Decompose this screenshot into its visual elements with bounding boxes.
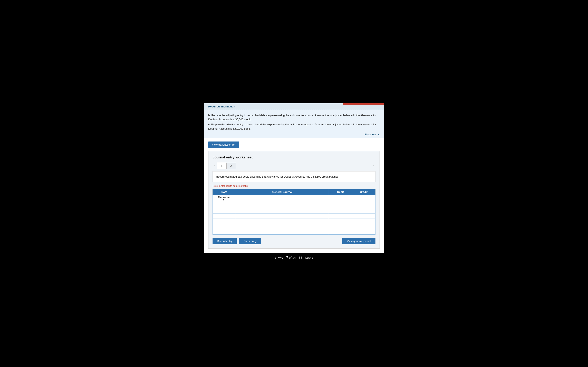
show-less-link[interactable]: Show less — [364, 133, 380, 136]
credit-cell-6[interactable] — [352, 229, 375, 235]
gj-cell-2[interactable] — [236, 208, 329, 213]
entry-description: Record estimated bad debts assuming that… — [213, 171, 375, 182]
table-row — [213, 203, 375, 208]
credit-cell-5[interactable] — [352, 224, 375, 229]
gj-input-1[interactable] — [237, 204, 328, 207]
required-info-label: Required Information — [208, 105, 235, 108]
tab-1[interactable]: 1 — [217, 163, 226, 169]
tab-row: ‹ 1 2 › — [213, 163, 375, 169]
page-info: 7 of 14 — [286, 256, 296, 259]
date-cell-2 — [213, 208, 236, 213]
gj-cell-0[interactable] — [236, 195, 329, 203]
gj-cell-6[interactable] — [236, 229, 329, 235]
col-header-credit: Credit — [352, 189, 375, 195]
gj-input-4[interactable] — [237, 220, 328, 223]
gj-input-6[interactable] — [237, 231, 328, 234]
gj-input-5[interactable] — [237, 225, 328, 228]
table-row — [213, 224, 375, 229]
next-chevron-icon: › — [312, 256, 313, 259]
credit-cell-2[interactable] — [352, 208, 375, 213]
top-bar-accent — [343, 103, 384, 105]
credit-input-1[interactable] — [354, 204, 374, 207]
show-less-area: Show less — [208, 132, 380, 136]
credit-input-6[interactable] — [354, 231, 374, 234]
gj-input-0[interactable] — [237, 197, 328, 200]
debit-input-6[interactable] — [330, 231, 351, 234]
credit-cell-0[interactable] — [352, 195, 375, 203]
gj-cell-5[interactable] — [236, 224, 329, 229]
date-cell-1 — [213, 203, 236, 208]
credit-cell-1[interactable] — [352, 203, 375, 208]
clear-entry-button[interactable]: Clear entry — [239, 238, 261, 244]
table-row — [213, 229, 375, 235]
view-transaction-area: View transaction list — [204, 138, 384, 151]
date-cell-3 — [213, 213, 236, 219]
debit-cell-6[interactable] — [329, 229, 352, 235]
credit-input-5[interactable] — [354, 225, 374, 228]
tab-2[interactable]: 2 — [226, 163, 236, 169]
view-transaction-button[interactable]: View transaction list — [208, 142, 239, 148]
prev-chevron-icon: ‹ — [275, 256, 276, 259]
debit-cell-3[interactable] — [329, 213, 352, 219]
main-container: Required Information b. Prepare the adju… — [204, 103, 384, 253]
debit-cell-2[interactable] — [329, 208, 352, 213]
debit-cell-1[interactable] — [329, 203, 352, 208]
content-area: b. Prepare the adjusting entry to record… — [204, 110, 384, 138]
next-link[interactable]: Next › — [305, 256, 313, 259]
credit-input-0[interactable] — [354, 197, 374, 200]
gj-input-3[interactable] — [237, 215, 328, 218]
credit-cell-4[interactable] — [352, 219, 375, 224]
credit-cell-3[interactable] — [352, 213, 375, 219]
page-wrapper: Required Information b. Prepare the adju… — [0, 0, 588, 367]
col-header-date: Date — [213, 189, 236, 195]
debit-cell-4[interactable] — [329, 219, 352, 224]
tab-prev-button[interactable]: ‹ — [213, 163, 217, 169]
table-row — [213, 213, 375, 219]
debit-input-1[interactable] — [330, 204, 351, 207]
debit-input-4[interactable] — [330, 220, 351, 223]
table-row — [213, 208, 375, 213]
total-pages: 14 — [292, 256, 296, 259]
prev-link[interactable]: ‹ Prev — [275, 256, 283, 259]
part-c-text: c. Prepare the adjusting entry to record… — [208, 123, 380, 131]
bottom-nav: ‹ Prev 7 of 14 ☷ Next › — [275, 253, 313, 264]
debit-input-0[interactable] — [330, 197, 351, 200]
debit-cell-0[interactable] — [329, 195, 352, 203]
part-b-text: b. Prepare the adjusting entry to record… — [208, 113, 380, 122]
action-button-row: Record entry Clear entry View general jo… — [213, 238, 375, 244]
credit-input-2[interactable] — [354, 209, 374, 212]
gj-cell-3[interactable] — [236, 213, 329, 219]
triangle-up-icon — [378, 134, 380, 135]
col-header-debit: Debit — [329, 189, 352, 195]
note-text: Note: Enter debits before credits. — [213, 184, 375, 187]
gj-input-2[interactable] — [237, 209, 328, 212]
debit-input-2[interactable] — [330, 209, 351, 212]
journal-table: Date General Journal Debit Credit Decemb… — [213, 189, 375, 235]
credit-input-4[interactable] — [354, 220, 374, 223]
date-cell-4 — [213, 219, 236, 224]
journal-worksheet: Journal entry worksheet ‹ 1 2 › Record e… — [208, 151, 380, 249]
tab-next-button[interactable]: › — [371, 163, 375, 169]
table-row — [213, 219, 375, 224]
date-cell-6 — [213, 229, 236, 235]
record-entry-button[interactable]: Record entry — [213, 238, 237, 244]
gj-cell-4[interactable] — [236, 219, 329, 224]
worksheet-title: Journal entry worksheet — [213, 155, 375, 159]
grid-icon[interactable]: ☷ — [299, 256, 302, 259]
debit-input-3[interactable] — [330, 215, 351, 218]
date-cell-5 — [213, 224, 236, 229]
col-header-gj: General Journal — [236, 189, 329, 195]
table-row: December31 — [213, 195, 375, 203]
current-page: 7 — [286, 256, 288, 259]
view-general-journal-button[interactable]: View general journal — [342, 238, 375, 244]
debit-input-5[interactable] — [330, 225, 351, 228]
debit-cell-5[interactable] — [329, 224, 352, 229]
credit-input-3[interactable] — [354, 215, 374, 218]
gj-cell-1[interactable] — [236, 203, 329, 208]
date-cell-0: December31 — [213, 195, 236, 203]
